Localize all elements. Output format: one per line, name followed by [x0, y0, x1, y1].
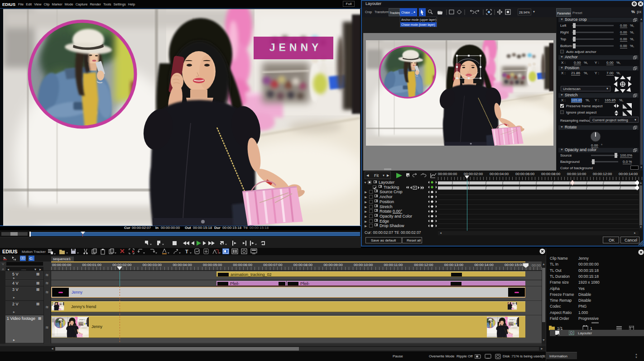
svg-text:T: T [185, 249, 188, 254]
svg-text:JENNY: JENNY [269, 42, 322, 53]
svg-text:C:: C: [29, 256, 33, 261]
